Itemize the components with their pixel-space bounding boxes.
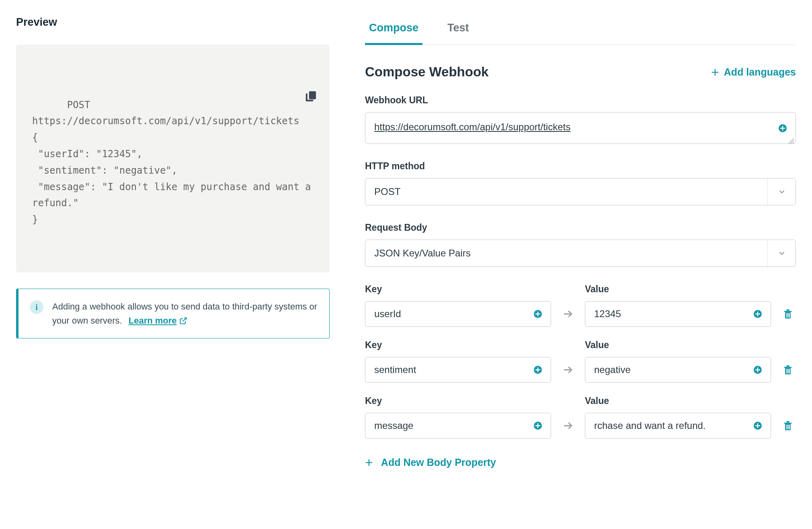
- arrow-right-icon: [560, 301, 576, 327]
- key-input[interactable]: [365, 357, 551, 382]
- svg-line-1: [182, 318, 186, 321]
- key-input-wrap: [365, 301, 551, 327]
- svg-rect-18: [786, 365, 789, 367]
- value-add-button[interactable]: [753, 309, 763, 319]
- value-input[interactable]: [585, 301, 771, 326]
- info-icon: i: [30, 300, 43, 314]
- svg-rect-17: [789, 369, 790, 373]
- svg-rect-9: [789, 313, 790, 318]
- plus-icon: +: [711, 65, 719, 79]
- key-label: Key: [365, 284, 551, 295]
- kv-row: KeyValue: [365, 396, 796, 439]
- preview-text: POST https://decorumsoft.com/api/v1/supp…: [32, 99, 317, 226]
- value-input-wrap: [585, 413, 771, 439]
- delete-row-button[interactable]: [780, 301, 796, 327]
- value-label: Value: [585, 396, 771, 406]
- webhook-url-input-wrap: [365, 112, 796, 144]
- request-body-value: JSON Key/Value Pairs: [365, 240, 767, 267]
- preview-code-block: POST https://decorumsoft.com/api/v1/supp…: [16, 45, 330, 273]
- tab-compose[interactable]: Compose: [365, 16, 422, 45]
- kv-row: KeyValue: [365, 284, 796, 327]
- svg-rect-26: [786, 421, 789, 422]
- resize-handle-icon[interactable]: [788, 136, 794, 142]
- http-method-label: HTTP method: [365, 161, 796, 172]
- value-label: Value: [585, 340, 771, 351]
- external-link-icon: [179, 317, 187, 325]
- plus-icon: +: [365, 455, 373, 469]
- key-add-button[interactable]: [533, 309, 543, 319]
- key-label: Key: [365, 396, 551, 406]
- tabs: Compose Test: [365, 16, 796, 45]
- svg-rect-25: [789, 425, 790, 429]
- arrow-right-icon: [560, 413, 576, 439]
- url-add-button[interactable]: [778, 123, 787, 133]
- value-input-wrap: [585, 301, 771, 327]
- svg-rect-24: [788, 425, 789, 429]
- add-languages-button[interactable]: + Add languages: [711, 65, 796, 79]
- svg-rect-8: [788, 313, 789, 318]
- webhook-url-input[interactable]: [365, 113, 796, 141]
- svg-rect-15: [786, 369, 787, 373]
- delete-row-button[interactable]: [780, 357, 796, 383]
- tab-test[interactable]: Test: [443, 16, 473, 45]
- svg-rect-10: [786, 310, 789, 311]
- key-input[interactable]: [365, 413, 551, 438]
- arrow-right-icon: [560, 357, 576, 383]
- delete-row-button[interactable]: [780, 413, 796, 439]
- learn-more-link[interactable]: Learn more: [129, 314, 187, 328]
- key-input-wrap: [365, 413, 551, 439]
- compose-title: Compose Webhook: [365, 64, 488, 80]
- http-method-value: POST: [365, 178, 767, 205]
- svg-rect-23: [786, 425, 787, 429]
- value-input[interactable]: [585, 357, 771, 382]
- copy-icon[interactable]: [305, 57, 318, 70]
- key-input-wrap: [365, 357, 551, 383]
- key-add-button[interactable]: [533, 365, 543, 375]
- key-input[interactable]: [365, 301, 551, 326]
- value-add-button[interactable]: [753, 365, 763, 375]
- value-add-button[interactable]: [753, 421, 763, 431]
- svg-rect-16: [788, 369, 789, 373]
- value-input-wrap: [585, 357, 771, 383]
- request-body-label: Request Body: [365, 222, 796, 233]
- chevron-down-icon[interactable]: [767, 178, 796, 205]
- kv-row: KeyValue: [365, 340, 796, 383]
- http-method-select[interactable]: POST: [365, 178, 796, 205]
- svg-rect-7: [786, 313, 787, 318]
- value-label: Value: [585, 284, 771, 295]
- key-label: Key: [365, 340, 551, 351]
- preview-title: Preview: [16, 16, 330, 29]
- add-body-property-button[interactable]: + Add New Body Property: [365, 455, 496, 469]
- value-input[interactable]: [585, 413, 771, 438]
- key-add-button[interactable]: [533, 421, 543, 431]
- info-banner: i Adding a webhook allows you to send da…: [16, 289, 330, 338]
- webhook-url-label: Webhook URL: [365, 95, 796, 106]
- chevron-down-icon[interactable]: [767, 240, 796, 267]
- request-body-select[interactable]: JSON Key/Value Pairs: [365, 240, 796, 267]
- svg-rect-0: [309, 91, 316, 99]
